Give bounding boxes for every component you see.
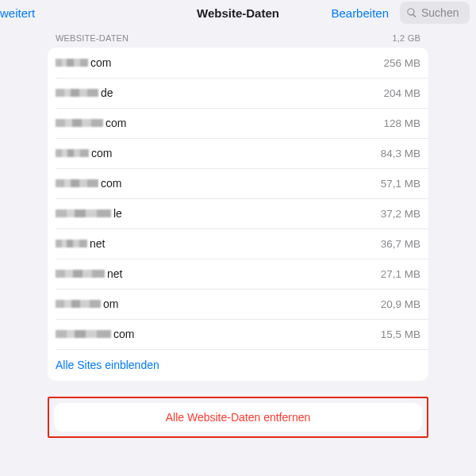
nav-bar: weitert Website-Daten Bearbeiten Suchen xyxy=(0,0,476,25)
site-domain: net xyxy=(56,267,122,280)
site-size: 36,7 MB xyxy=(381,238,420,250)
site-domain: de xyxy=(56,86,113,99)
site-domain: com xyxy=(56,147,112,159)
redacted-segment xyxy=(56,330,111,338)
section-total: 1,2 GB xyxy=(393,33,420,43)
redacted-segment xyxy=(56,89,98,97)
site-row[interactable]: com256 MB xyxy=(48,48,428,78)
redacted-segment xyxy=(56,179,98,187)
edit-button[interactable]: Bearbeiten xyxy=(331,6,389,20)
site-row[interactable]: com57,1 MB xyxy=(48,168,428,198)
remove-highlight: Alle Website-Daten entfernen xyxy=(48,397,428,438)
site-size: 20,9 MB xyxy=(381,298,420,310)
redacted-segment xyxy=(56,300,101,308)
site-row[interactable]: le37,2 MB xyxy=(48,198,428,228)
site-list: com256 MBde204 MBcom128 MBcom84,3 MBcom5… xyxy=(48,48,428,381)
site-domain: com xyxy=(56,177,121,190)
site-size: 84,3 MB xyxy=(381,148,420,159)
domain-suffix: com xyxy=(106,117,126,129)
site-row[interactable]: com128 MB xyxy=(48,108,428,138)
site-domain: le xyxy=(56,207,122,220)
site-size: 15,5 MB xyxy=(381,328,420,340)
site-domain: om xyxy=(56,298,118,310)
site-row[interactable]: com84,3 MB xyxy=(48,138,428,168)
section-header: WEBSITE-DATEN 1,2 GB xyxy=(48,25,428,48)
search-placeholder: Suchen xyxy=(421,6,459,19)
domain-suffix: com xyxy=(101,177,121,190)
site-row[interactable]: de204 MB xyxy=(48,78,428,108)
domain-suffix: de xyxy=(101,86,113,99)
domain-suffix: com xyxy=(91,147,112,159)
site-size: 57,1 MB xyxy=(381,178,420,190)
site-domain: com xyxy=(56,56,111,69)
site-row[interactable]: net36,7 MB xyxy=(48,228,428,259)
redacted-segment xyxy=(56,59,88,67)
site-size: 204 MB xyxy=(383,87,420,99)
redacted-segment xyxy=(56,270,105,278)
back-button[interactable]: weitert xyxy=(0,6,35,20)
domain-suffix: com xyxy=(113,328,134,340)
site-domain: net xyxy=(56,237,105,250)
domain-suffix: net xyxy=(107,267,122,280)
show-all-link[interactable]: Alle Sites einblenden xyxy=(48,349,428,381)
site-domain: com xyxy=(56,328,134,340)
section-heading: WEBSITE-DATEN xyxy=(56,33,129,43)
search-icon xyxy=(406,7,417,18)
site-size: 27,1 MB xyxy=(381,268,420,280)
site-row[interactable]: net27,1 MB xyxy=(48,259,428,289)
redacted-segment xyxy=(56,240,87,248)
site-size: 128 MB xyxy=(383,117,420,129)
site-row[interactable]: om20,9 MB xyxy=(48,289,428,319)
site-size: 37,2 MB xyxy=(381,208,420,220)
redacted-segment xyxy=(56,149,89,157)
site-size: 256 MB xyxy=(383,57,420,69)
redacted-segment xyxy=(56,119,103,127)
remove-all-button[interactable]: Alle Website-Daten entfernen xyxy=(54,403,422,432)
domain-suffix: com xyxy=(90,56,111,69)
domain-suffix: le xyxy=(113,207,122,220)
site-row[interactable]: com15,5 MB xyxy=(48,319,428,349)
domain-suffix: om xyxy=(103,298,118,310)
domain-suffix: net xyxy=(90,237,105,250)
redacted-segment xyxy=(56,209,111,217)
search-field[interactable]: Suchen xyxy=(400,2,470,24)
site-domain: com xyxy=(56,117,126,129)
